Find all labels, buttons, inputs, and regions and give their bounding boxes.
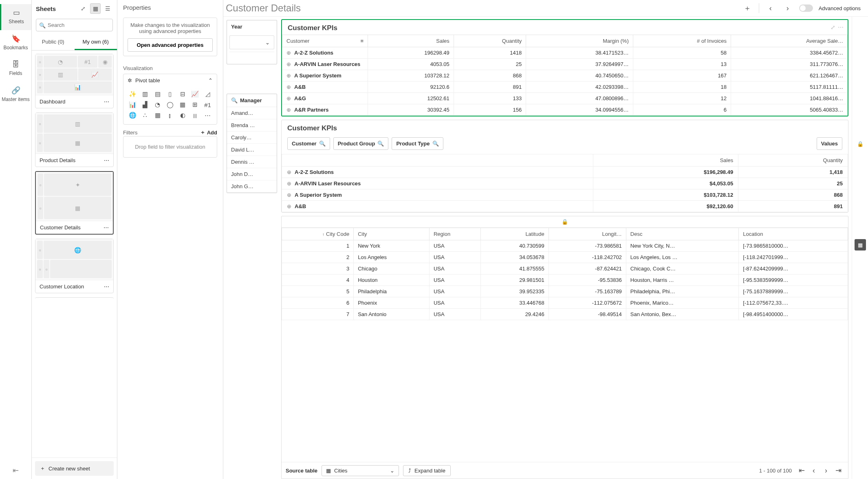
viz-treemap-icon[interactable]: ▦ xyxy=(152,110,163,120)
sheet-card-dashboard[interactable]: ▫◔#1◉ ▫▥📈 ▫📊 Dashboard⋯ xyxy=(35,54,114,108)
viz-pivot-icon[interactable]: ⊞ xyxy=(189,100,201,110)
chip-product-type[interactable]: Product Type🔍 xyxy=(392,137,443,150)
manager-item[interactable]: Dennis … xyxy=(227,156,277,168)
viz-combo-icon[interactable]: 📊 xyxy=(127,100,139,110)
expand-row-icon[interactable]: ⊕ xyxy=(286,61,291,67)
expand-row-icon[interactable]: ⊕ xyxy=(287,180,291,187)
manager-item[interactable]: John D… xyxy=(227,168,277,180)
visualization-value: Pivot table xyxy=(135,77,160,83)
chip-product-group[interactable]: Product Group🔍 xyxy=(333,137,389,150)
open-advanced-properties-button[interactable]: Open advanced properties xyxy=(128,38,213,52)
manager-filter: 🔍 Manager Amand…Brenda …Caroly…David L…D… xyxy=(227,94,277,193)
pivot-table: SalesQuantity⊕A-2-Z Solutions$196,298.49… xyxy=(282,154,848,212)
expand-row-icon[interactable]: ⊕ xyxy=(286,73,291,79)
manager-item[interactable]: John G… xyxy=(227,180,277,193)
viz-line-icon[interactable]: 📈 xyxy=(189,89,201,99)
year-dropdown[interactable]: ⌄ xyxy=(229,35,274,49)
expand-table-button[interactable]: ⤴ Expand table xyxy=(403,465,451,476)
pager-first[interactable]: ⇤ xyxy=(796,465,807,476)
pager-last[interactable]: ⇥ xyxy=(833,465,844,476)
viz-auto-icon[interactable]: ✨ xyxy=(127,89,139,99)
add-label: Add xyxy=(207,130,217,136)
more-icon[interactable]: ⋯ xyxy=(104,99,109,105)
customer-kpis-table[interactable]: ⤢⋯ Customer KPIs Customer ≡SalesQuantity… xyxy=(281,19,848,116)
visualization-dropdown[interactable]: ✲ Pivot table ⌃ xyxy=(123,74,217,87)
table-panel-icon[interactable]: ▦ xyxy=(855,239,866,250)
fullscreen-icon[interactable]: ⤢ xyxy=(831,24,835,31)
expand-row-icon[interactable]: ⊕ xyxy=(286,84,291,90)
advanced-options-toggle[interactable] xyxy=(799,4,813,12)
viz-waterfall-icon[interactable]: ▟ xyxy=(139,100,151,110)
more-icon[interactable]: ⋯ xyxy=(104,283,109,290)
viz-bullet-icon[interactable]: ▯ xyxy=(164,89,176,99)
rail-master-items[interactable]: 🔗 Master items xyxy=(0,82,31,108)
expand-row-icon[interactable]: ⊕ xyxy=(287,203,291,209)
pager-next[interactable]: › xyxy=(820,465,832,476)
chip-customer[interactable]: Customer🔍 xyxy=(287,137,330,150)
expand-row-icon[interactable]: ⊕ xyxy=(286,50,291,56)
viz-box-icon[interactable]: ⊟ xyxy=(177,89,189,99)
viz-table-icon[interactable]: ▦ xyxy=(177,100,189,110)
properties-title: Properties xyxy=(123,4,217,11)
advanced-options-label: Advanced options xyxy=(819,5,861,11)
rail-bookmarks[interactable]: 🔖 Bookmarks xyxy=(0,30,31,56)
tab-public[interactable]: Public (0) xyxy=(32,35,75,50)
create-sheet-button[interactable]: ＋ Create new sheet xyxy=(35,461,114,476)
grid-view-icon[interactable]: ▦ xyxy=(90,3,101,14)
add-button[interactable]: ＋ xyxy=(742,2,753,14)
sheet-list: ▫◔#1◉ ▫▥📈 ▫📊 Dashboard⋯ ▫▥ ▫▦ Product De… xyxy=(32,51,117,457)
viz-donut-icon[interactable]: ◯ xyxy=(164,100,176,110)
expand-row-icon[interactable]: ⊕ xyxy=(287,192,291,198)
filter-drop-zone[interactable]: Drop field to filter visualization xyxy=(123,136,217,158)
viz-area-icon[interactable]: ◿ xyxy=(202,89,214,99)
source-table-select[interactable]: ▦Cities ⌄ xyxy=(322,465,399,476)
add-filter-button[interactable]: ＋ Add xyxy=(200,129,217,136)
manager-filter-header[interactable]: 🔍 Manager xyxy=(227,94,277,107)
viz-histogram-icon[interactable]: ⫿ xyxy=(164,110,176,120)
manager-item[interactable]: David L… xyxy=(227,144,277,156)
prev-sheet-button[interactable]: ‹ xyxy=(765,2,776,14)
viz-kpi-icon[interactable]: #1 xyxy=(202,100,214,110)
manager-item[interactable]: Brenda … xyxy=(227,119,277,132)
properties-panel: Properties Make changes to the visualiza… xyxy=(117,0,223,479)
collapse-rail-button[interactable]: ⇤ xyxy=(13,466,19,475)
more-icon[interactable]: ⋯ xyxy=(104,157,109,163)
card-title: Customer KPIs xyxy=(282,20,848,35)
chip-values[interactable]: Values xyxy=(817,137,842,150)
menu-icon[interactable]: ≡ xyxy=(360,38,364,44)
sheets-sidebar: Sheets ⤢ ▦ ☰ 🔍 Public (0) My own (6) ▫◔#… xyxy=(32,0,117,479)
viz-bar-icon[interactable]: ▥ xyxy=(139,89,151,99)
more-icon[interactable]: ⋯ xyxy=(104,224,109,231)
viz-gauge-icon[interactable]: ◐ xyxy=(177,110,189,120)
more-icon[interactable]: ⋯ xyxy=(838,24,844,31)
list-view-icon[interactable]: ☰ xyxy=(102,3,113,14)
sheets-search-input[interactable] xyxy=(36,19,113,31)
viz-distribution-icon[interactable]: ⫼ xyxy=(189,110,201,120)
viz-scatter-icon[interactable]: ∴ xyxy=(139,110,151,120)
table-icon: ▦ xyxy=(326,468,331,474)
plus-icon: ＋ xyxy=(200,129,205,136)
tab-my-own[interactable]: My own (6) xyxy=(75,35,117,50)
viz-stacked-icon[interactable]: ▤ xyxy=(152,89,163,99)
year-filter-title: Year xyxy=(227,20,277,33)
rail-sheets[interactable]: ▭ Sheets xyxy=(0,4,31,30)
expand-row-icon[interactable]: ⊕ xyxy=(286,95,291,101)
sheet-card-customer-details[interactable]: ▫✦ ▫▦ Customer Details⋯ xyxy=(35,171,114,235)
manager-item[interactable]: Amand… xyxy=(227,107,277,119)
rail-fields[interactable]: 🗄 Fields xyxy=(0,56,31,82)
pager-prev[interactable]: ‹ xyxy=(808,465,820,476)
manager-item[interactable]: Caroly… xyxy=(227,132,277,144)
viz-map-icon[interactable]: 🌐 xyxy=(127,110,139,120)
next-sheet-button[interactable]: › xyxy=(782,2,793,14)
sheet-card-customer-location[interactable]: ▫🌐 ▫▫ Customer Location⋯ xyxy=(35,239,114,293)
viz-pie-icon[interactable]: ◔ xyxy=(152,100,163,110)
expand-icon[interactable]: ⤢ xyxy=(78,3,88,14)
customer-kpis-pivot[interactable]: Customer KPIs Customer🔍 Product Group🔍 P… xyxy=(281,120,848,213)
visualization-selector: ✲ Pivot table ⌃ ✨ ▥ ▤ ▯ ⊟ 📈 ◿ 📊 ▟ ◔ ◯ xyxy=(123,74,217,125)
visualization-label: Visualization xyxy=(123,65,217,71)
lock-panel-icon[interactable]: 🔒 xyxy=(855,138,866,149)
expand-row-icon[interactable]: ⊕ xyxy=(286,107,291,113)
expand-row-icon[interactable]: ⊕ xyxy=(287,169,291,175)
viz-more-icon[interactable]: ⋯ xyxy=(202,110,214,120)
sheet-card-product-details[interactable]: ▫▥ ▫▦ Product Details⋯ xyxy=(35,112,114,167)
